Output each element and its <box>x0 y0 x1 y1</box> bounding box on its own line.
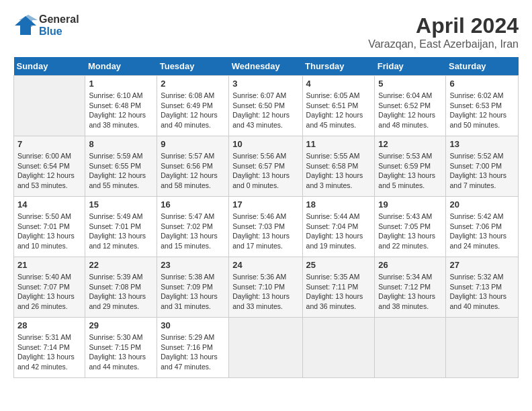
day-number: 13 <box>449 139 515 149</box>
calendar-cell: 24Sunrise: 5:36 AM Sunset: 7:10 PM Dayli… <box>229 257 302 318</box>
day-number: 22 <box>89 260 153 270</box>
day-info: Sunrise: 5:53 AM Sunset: 6:59 PM Dayligh… <box>378 151 442 191</box>
calendar-cell: 18Sunrise: 5:44 AM Sunset: 7:04 PM Dayli… <box>302 197 375 257</box>
calendar-cell: 7Sunrise: 6:00 AM Sunset: 6:54 PM Daylig… <box>14 136 85 197</box>
day-info: Sunrise: 5:32 AM Sunset: 7:13 PM Dayligh… <box>449 272 515 312</box>
day-number: 5 <box>378 79 442 89</box>
day-number: 3 <box>232 79 298 89</box>
calendar-cell <box>375 318 446 378</box>
day-number: 28 <box>17 320 81 330</box>
day-info: Sunrise: 6:05 AM Sunset: 6:51 PM Dayligh… <box>306 91 371 130</box>
day-info: Sunrise: 5:36 AM Sunset: 7:10 PM Dayligh… <box>232 272 298 312</box>
logo-label: General Blue <box>39 13 79 37</box>
calendar-cell: 21Sunrise: 5:40 AM Sunset: 7:07 PM Dayli… <box>14 257 85 318</box>
day-info: Sunrise: 5:31 AM Sunset: 7:14 PM Dayligh… <box>17 332 81 372</box>
calendar-cell: 3Sunrise: 6:07 AM Sunset: 6:50 PM Daylig… <box>229 76 302 136</box>
calendar-cell: 16Sunrise: 5:47 AM Sunset: 7:02 PM Dayli… <box>157 197 229 257</box>
calendar-cell: 13Sunrise: 5:52 AM Sunset: 7:00 PM Dayli… <box>446 136 519 197</box>
calendar-cell: 22Sunrise: 5:39 AM Sunset: 7:08 PM Dayli… <box>85 257 157 318</box>
logo-blue-text: Blue <box>39 26 79 38</box>
day-info: Sunrise: 5:57 AM Sunset: 6:56 PM Dayligh… <box>161 151 225 191</box>
weekday-header-wednesday: Wednesday <box>229 57 302 76</box>
calendar-cell: 14Sunrise: 5:50 AM Sunset: 7:01 PM Dayli… <box>14 197 85 257</box>
day-info: Sunrise: 6:00 AM Sunset: 6:54 PM Dayligh… <box>17 151 81 191</box>
day-number: 26 <box>378 260 442 270</box>
calendar-week-row: 21Sunrise: 5:40 AM Sunset: 7:07 PM Dayli… <box>14 257 519 318</box>
day-info: Sunrise: 5:56 AM Sunset: 6:57 PM Dayligh… <box>232 151 298 191</box>
day-number: 6 <box>449 79 515 89</box>
day-info: Sunrise: 5:30 AM Sunset: 7:15 PM Dayligh… <box>89 332 153 372</box>
day-number: 29 <box>89 320 153 330</box>
weekday-header-saturday: Saturday <box>446 57 519 76</box>
day-number: 25 <box>306 260 371 270</box>
calendar-cell: 10Sunrise: 5:56 AM Sunset: 6:57 PM Dayli… <box>229 136 302 197</box>
day-info: Sunrise: 6:10 AM Sunset: 6:48 PM Dayligh… <box>89 91 153 130</box>
day-number: 10 <box>232 139 298 149</box>
calendar-cell <box>302 318 375 378</box>
day-number: 2 <box>161 79 225 89</box>
calendar-week-row: 7Sunrise: 6:00 AM Sunset: 6:54 PM Daylig… <box>14 136 519 197</box>
calendar-table: SundayMondayTuesdayWednesdayThursdayFrid… <box>13 57 519 378</box>
day-info: Sunrise: 5:46 AM Sunset: 7:03 PM Dayligh… <box>232 212 298 251</box>
subtitle: Varazqan, East Azerbaijan, Iran <box>368 38 519 50</box>
calendar-cell: 1Sunrise: 6:10 AM Sunset: 6:48 PM Daylig… <box>85 76 157 136</box>
logo-icon <box>13 13 38 38</box>
calendar-cell: 4Sunrise: 6:05 AM Sunset: 6:51 PM Daylig… <box>302 76 375 136</box>
day-info: Sunrise: 5:38 AM Sunset: 7:09 PM Dayligh… <box>161 272 225 312</box>
day-number: 1 <box>89 79 153 89</box>
title-block: April 2024 Varazqan, East Azerbaijan, Ir… <box>368 13 519 50</box>
weekday-header-row: SundayMondayTuesdayWednesdayThursdayFrid… <box>14 57 519 76</box>
day-number: 18 <box>306 199 371 210</box>
logo: General Blue <box>13 13 79 38</box>
day-number: 14 <box>17 199 81 210</box>
weekday-header-thursday: Thursday <box>302 57 375 76</box>
day-number: 12 <box>378 139 442 149</box>
weekday-header-tuesday: Tuesday <box>157 57 229 76</box>
day-info: Sunrise: 5:47 AM Sunset: 7:02 PM Dayligh… <box>161 212 225 251</box>
calendar-cell: 28Sunrise: 5:31 AM Sunset: 7:14 PM Dayli… <box>14 318 85 378</box>
weekday-header-sunday: Sunday <box>14 57 85 76</box>
day-info: Sunrise: 5:43 AM Sunset: 7:05 PM Dayligh… <box>378 212 442 251</box>
day-number: 27 <box>449 260 515 270</box>
calendar-cell: 29Sunrise: 5:30 AM Sunset: 7:15 PM Dayli… <box>85 318 157 378</box>
day-info: Sunrise: 5:55 AM Sunset: 6:58 PM Dayligh… <box>306 151 371 191</box>
day-info: Sunrise: 5:50 AM Sunset: 7:01 PM Dayligh… <box>17 212 81 251</box>
calendar-week-row: 14Sunrise: 5:50 AM Sunset: 7:01 PM Dayli… <box>14 197 519 257</box>
calendar-cell: 23Sunrise: 5:38 AM Sunset: 7:09 PM Dayli… <box>157 257 229 318</box>
day-number: 4 <box>306 79 371 89</box>
day-number: 9 <box>161 139 225 149</box>
day-info: Sunrise: 5:34 AM Sunset: 7:12 PM Dayligh… <box>378 272 442 312</box>
day-number: 21 <box>17 260 81 270</box>
calendar-cell: 17Sunrise: 5:46 AM Sunset: 7:03 PM Dayli… <box>229 197 302 257</box>
day-number: 17 <box>232 199 298 210</box>
weekday-header-monday: Monday <box>85 57 157 76</box>
day-number: 11 <box>306 139 371 149</box>
day-info: Sunrise: 6:08 AM Sunset: 6:49 PM Dayligh… <box>161 91 225 130</box>
day-info: Sunrise: 5:40 AM Sunset: 7:07 PM Dayligh… <box>17 272 81 312</box>
day-info: Sunrise: 6:02 AM Sunset: 6:53 PM Dayligh… <box>449 91 515 130</box>
day-info: Sunrise: 5:39 AM Sunset: 7:08 PM Dayligh… <box>89 272 153 312</box>
day-number: 8 <box>89 139 153 149</box>
calendar-cell: 19Sunrise: 5:43 AM Sunset: 7:05 PM Dayli… <box>375 197 446 257</box>
calendar-cell: 9Sunrise: 5:57 AM Sunset: 6:56 PM Daylig… <box>157 136 229 197</box>
day-info: Sunrise: 5:49 AM Sunset: 7:01 PM Dayligh… <box>89 212 153 251</box>
calendar-cell <box>229 318 302 378</box>
day-info: Sunrise: 5:52 AM Sunset: 7:00 PM Dayligh… <box>449 151 515 191</box>
day-info: Sunrise: 5:35 AM Sunset: 7:11 PM Dayligh… <box>306 272 371 312</box>
day-info: Sunrise: 5:44 AM Sunset: 7:04 PM Dayligh… <box>306 212 371 251</box>
day-info: Sunrise: 5:29 AM Sunset: 7:16 PM Dayligh… <box>161 332 225 372</box>
day-info: Sunrise: 5:59 AM Sunset: 6:55 PM Dayligh… <box>89 151 153 191</box>
calendar-cell: 27Sunrise: 5:32 AM Sunset: 7:13 PM Dayli… <box>446 257 519 318</box>
day-number: 24 <box>232 260 298 270</box>
day-number: 16 <box>161 199 225 210</box>
calendar-cell: 11Sunrise: 5:55 AM Sunset: 6:58 PM Dayli… <box>302 136 375 197</box>
day-number: 19 <box>378 199 442 210</box>
calendar-week-row: 1Sunrise: 6:10 AM Sunset: 6:48 PM Daylig… <box>14 76 519 136</box>
logo-general-text: General <box>39 13 79 26</box>
calendar-cell: 8Sunrise: 5:59 AM Sunset: 6:55 PM Daylig… <box>85 136 157 197</box>
day-number: 23 <box>161 260 225 270</box>
calendar-cell: 30Sunrise: 5:29 AM Sunset: 7:16 PM Dayli… <box>157 318 229 378</box>
page-header: General Blue April 2024 Varazqan, East A… <box>13 13 519 50</box>
weekday-header-friday: Friday <box>375 57 446 76</box>
calendar-cell <box>14 76 85 136</box>
